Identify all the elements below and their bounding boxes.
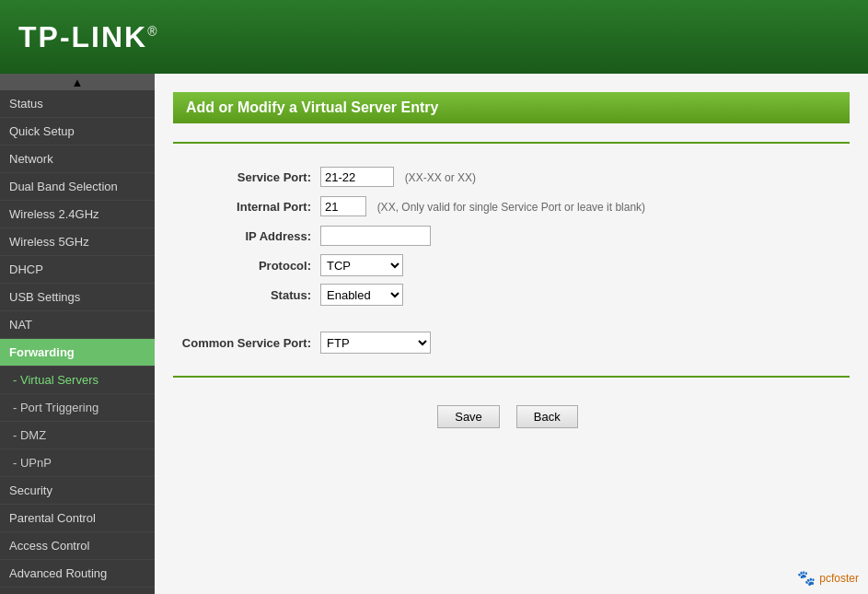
ip-address-row: IP Address: — [173, 221, 850, 250]
status-row: Status: EnabledDisabled — [173, 280, 850, 309]
sidebar-item-security[interactable]: Security — [0, 477, 155, 505]
form-table: Service Port: (XX-XX or XX) Internal Por… — [173, 162, 850, 357]
sidebar: ▲ StatusQuick SetupNetworkDual Band Sele… — [0, 74, 155, 594]
sidebar-scroll-up[interactable]: ▲ — [0, 74, 155, 90]
sidebar-item-network[interactable]: Network — [0, 146, 155, 173]
sidebar-item-dmz[interactable]: - DMZ — [0, 422, 155, 449]
internal-port-input[interactable] — [320, 196, 366, 216]
service-port-row: Service Port: (XX-XX or XX) — [173, 162, 850, 192]
internal-port-hint: (XX, Only valid for single Service Port … — [377, 201, 645, 214]
status-select[interactable]: EnabledDisabled — [320, 284, 403, 306]
internal-port-row: Internal Port: (XX, Only valid for singl… — [173, 192, 850, 221]
sidebar-item-nat[interactable]: NAT — [0, 311, 155, 339]
sidebar-item-dhcp[interactable]: DHCP — [0, 256, 155, 284]
service-port-field: (XX-XX or XX) — [320, 162, 850, 192]
sidebar-item-virtual-servers[interactable]: - Virtual Servers — [0, 367, 155, 394]
sidebar-item-parental-control[interactable]: Parental Control — [0, 505, 155, 532]
service-port-input[interactable] — [320, 167, 394, 187]
logo: TP-LINK® — [18, 20, 159, 54]
page-title: Add or Modify a Virtual Server Entry — [173, 92, 850, 123]
service-port-label: Service Port: — [173, 162, 320, 192]
protocol-field: TCPUDPAll — [320, 250, 850, 280]
sidebar-item-upnp[interactable]: - UPnP — [0, 449, 155, 477]
common-service-label: Common Service Port: — [173, 328, 320, 357]
ip-address-field — [320, 221, 850, 250]
status-label: Status: — [173, 280, 320, 309]
status-field: EnabledDisabled — [320, 280, 850, 309]
sidebar-item-port-triggering[interactable]: - Port Triggering — [0, 394, 155, 422]
brand-text: pcfoster — [819, 572, 859, 585]
save-button[interactable]: Save — [437, 405, 500, 428]
protocol-row: Protocol: TCPUDPAll — [173, 250, 850, 280]
sidebar-item-access-control[interactable]: Access Control — [0, 532, 155, 560]
sidebar-items: StatusQuick SetupNetworkDual Band Select… — [0, 90, 155, 594]
ip-address-label: IP Address: — [173, 221, 320, 250]
content-area: Add or Modify a Virtual Server Entry Ser… — [155, 74, 868, 594]
back-button[interactable]: Back — [516, 405, 578, 428]
logo-text: TP-LINK — [18, 20, 147, 53]
common-service-field: FTPHTTPHTTPSTelnetSMTPPOP3DNSNNTPIMAPSNM… — [320, 328, 850, 357]
bottom-divider — [173, 376, 850, 378]
internal-port-label: Internal Port: — [173, 192, 320, 221]
common-service-select[interactable]: FTPHTTPHTTPSTelnetSMTPPOP3DNSNNTPIMAPSNM… — [320, 332, 431, 354]
buttons-row: Save Back — [173, 396, 850, 437]
sidebar-item-dual-band[interactable]: Dual Band Selection — [0, 173, 155, 201]
service-port-hint: (XX-XX or XX) — [405, 171, 476, 184]
logo-tm: ® — [147, 24, 158, 39]
protocol-label: Protocol: — [173, 250, 320, 280]
top-divider — [173, 142, 850, 144]
ip-address-input[interactable] — [320, 226, 431, 246]
sidebar-item-wireless-24[interactable]: Wireless 2.4GHz — [0, 201, 155, 228]
sidebar-item-status[interactable]: Status — [0, 90, 155, 118]
sidebar-item-forwarding[interactable]: Forwarding — [0, 339, 155, 367]
header: TP-LINK® — [0, 0, 868, 74]
protocol-select[interactable]: TCPUDPAll — [320, 254, 403, 276]
sidebar-item-quick-setup[interactable]: Quick Setup — [0, 118, 155, 146]
main-layout: ▲ StatusQuick SetupNetworkDual Band Sele… — [0, 74, 868, 594]
sidebar-item-advanced-routing[interactable]: Advanced Routing — [0, 560, 155, 588]
pcfoster-watermark: 🐾 pcfoster — [797, 569, 859, 587]
paw-icon: 🐾 — [797, 569, 816, 587]
sidebar-item-wireless-5g[interactable]: Wireless 5GHz — [0, 228, 155, 256]
sidebar-item-bandwidth-control[interactable]: Bandwidth Control — [0, 588, 155, 594]
internal-port-field: (XX, Only valid for single Service Port … — [320, 192, 850, 221]
common-service-row: Common Service Port: FTPHTTPHTTPSTelnetS… — [173, 328, 850, 357]
sidebar-item-usb-settings[interactable]: USB Settings — [0, 284, 155, 311]
